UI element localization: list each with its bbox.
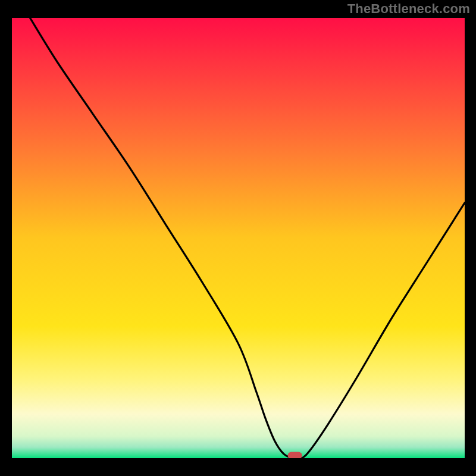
chart-frame: TheBottleneck.com [0, 0, 476, 476]
gradient-background [12, 18, 465, 458]
optimum-marker [288, 452, 302, 458]
plot-area [12, 18, 465, 458]
watermark-text: TheBottleneck.com [347, 1, 470, 17]
chart-svg [12, 18, 465, 458]
